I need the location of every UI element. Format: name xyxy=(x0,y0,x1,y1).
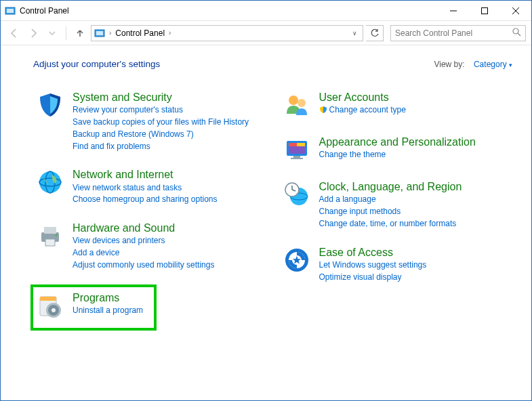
view-by: View by: Category ▾ xyxy=(434,60,512,69)
category-title[interactable]: System and Security xyxy=(73,91,249,104)
ease-of-access-icon xyxy=(283,246,311,274)
category-title[interactable]: Ease of Access xyxy=(319,246,427,259)
chevron-down-icon: ▾ xyxy=(509,62,512,68)
svg-point-23 xyxy=(298,99,306,107)
category-link[interactable]: Review your computer's status xyxy=(73,104,249,116)
left-column: System and Security Review your computer… xyxy=(33,88,266,331)
svg-rect-18 xyxy=(40,297,56,301)
search-box[interactable] xyxy=(390,25,526,41)
refresh-button[interactable] xyxy=(366,25,384,41)
category-link[interactable]: Add a language xyxy=(319,194,462,205)
category-link[interactable]: Save backup copies of your files with Fi… xyxy=(73,117,249,128)
svg-rect-14 xyxy=(44,227,56,234)
category-link[interactable]: Choose homegroup and sharing options xyxy=(73,194,217,205)
svg-rect-7 xyxy=(96,31,103,35)
category-title[interactable]: Clock, Language, and Region xyxy=(319,180,462,193)
svg-line-9 xyxy=(518,33,520,36)
view-by-dropdown[interactable]: Category ▾ xyxy=(474,60,512,69)
view-by-label: View by: xyxy=(434,60,464,69)
control-panel-icon xyxy=(5,5,16,16)
svg-point-21 xyxy=(52,308,56,312)
category-title[interactable]: Hardware and Sound xyxy=(73,221,214,234)
title-bar: Control Panel xyxy=(1,1,531,21)
svg-rect-26 xyxy=(289,143,297,146)
category-link[interactable]: Let Windows suggest settings xyxy=(319,259,427,271)
search-icon xyxy=(512,28,521,39)
svg-point-8 xyxy=(513,28,518,34)
category-hardware-sound: Hardware and Sound View devices and prin… xyxy=(33,219,266,274)
right-column: User Accounts Change account type Appear… xyxy=(280,88,513,331)
window-controls xyxy=(438,1,531,21)
category-link[interactable]: Change account type xyxy=(319,104,406,116)
control-panel-icon xyxy=(94,28,105,39)
content-area: Adjust your computer's settings View by:… xyxy=(1,45,531,400)
category-link[interactable]: Add a device xyxy=(73,247,214,259)
svg-rect-29 xyxy=(291,158,303,159)
category-title[interactable]: Network and Internet xyxy=(73,168,217,181)
address-dropdown-icon[interactable]: ∨ xyxy=(350,30,360,37)
svg-rect-15 xyxy=(45,239,55,246)
svg-rect-3 xyxy=(482,7,488,14)
svg-point-16 xyxy=(56,234,58,236)
category-link[interactable]: Backup and Restore (Windows 7) xyxy=(73,129,249,140)
close-button[interactable] xyxy=(500,1,531,21)
users-icon xyxy=(283,91,311,119)
breadcrumb[interactable]: Control Panel xyxy=(115,28,165,38)
category-clock-language: Clock, Language, and Region Add a langua… xyxy=(280,177,513,232)
back-button[interactable] xyxy=(6,25,22,41)
window-title: Control Panel xyxy=(20,6,438,16)
category-link[interactable]: View devices and printers xyxy=(73,235,214,247)
forward-button[interactable] xyxy=(25,25,41,41)
category-link[interactable]: Adjust commonly used mobility settings xyxy=(73,259,214,271)
category-link[interactable]: Change the theme xyxy=(319,149,476,161)
category-link[interactable]: Uninstall a program xyxy=(73,305,143,316)
chevron-right-icon[interactable]: › xyxy=(108,29,112,37)
maximize-button[interactable] xyxy=(469,1,500,21)
category-link[interactable]: Optimize visual display xyxy=(319,272,427,283)
chevron-right-icon[interactable]: › xyxy=(167,29,172,37)
svg-rect-28 xyxy=(293,156,300,158)
uac-shield-icon xyxy=(319,106,327,114)
navigation-bar: › Control Panel › ∨ xyxy=(1,21,531,45)
category-link[interactable]: Change date, time, or number formats xyxy=(319,218,462,230)
svg-point-10 xyxy=(39,171,61,193)
monitor-icon xyxy=(283,135,311,164)
search-input[interactable] xyxy=(395,28,512,38)
category-appearance: Appearance and Personalization Change th… xyxy=(280,133,513,167)
printer-icon xyxy=(36,221,64,250)
category-title[interactable]: Programs xyxy=(73,291,143,304)
category-link[interactable]: Find and fix problems xyxy=(73,141,249,152)
category-programs: Programs Uninstall a program xyxy=(30,284,157,331)
category-link[interactable]: View network status and tasks xyxy=(73,182,217,194)
svg-point-22 xyxy=(289,96,298,105)
svg-rect-1 xyxy=(7,9,14,13)
separator xyxy=(66,26,66,40)
svg-rect-27 xyxy=(297,143,305,146)
globe-icon xyxy=(36,168,64,196)
recent-locations-button[interactable] xyxy=(44,25,60,41)
category-title[interactable]: Appearance and Personalization xyxy=(319,135,476,148)
category-network-internet: Network and Internet View network status… xyxy=(33,165,266,208)
category-ease-of-access: Ease of Access Let Windows suggest setti… xyxy=(280,243,513,286)
clock-globe-icon xyxy=(283,180,311,209)
category-link[interactable]: Change input methods xyxy=(319,206,462,217)
category-title[interactable]: User Accounts xyxy=(319,91,406,104)
programs-icon xyxy=(36,291,64,320)
minimize-button[interactable] xyxy=(438,1,469,21)
category-user-accounts: User Accounts Change account type xyxy=(280,88,513,122)
shield-icon xyxy=(36,91,64,119)
address-bar[interactable]: › Control Panel › ∨ xyxy=(91,25,363,41)
up-button[interactable] xyxy=(72,25,88,41)
page-title: Adjust your computer's settings xyxy=(33,59,160,69)
category-system-security: System and Security Review your computer… xyxy=(33,88,266,154)
